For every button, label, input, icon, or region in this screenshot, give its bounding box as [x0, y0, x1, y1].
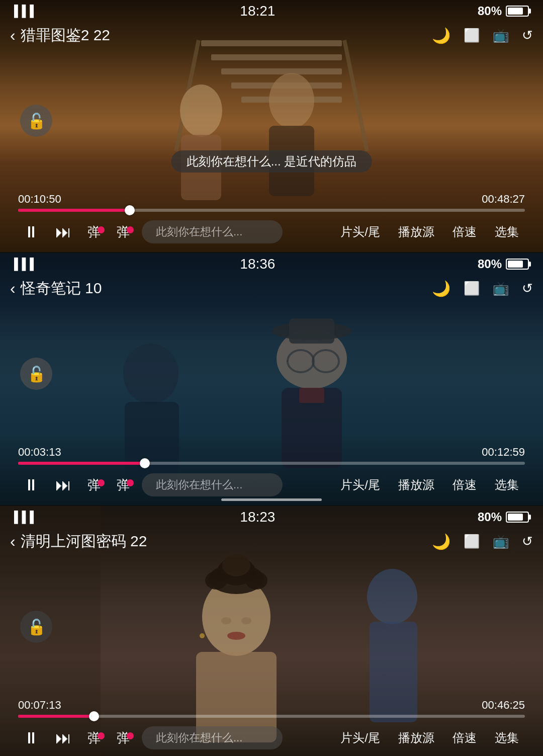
time-end-2: 00:12:59: [482, 446, 525, 459]
progress-times-1: 00:10:50 00:48:27: [18, 193, 525, 206]
battery-pct-1: 80%: [478, 4, 502, 18]
next-btn-2[interactable]: ⏭: [47, 476, 79, 494]
skip-intro-btn-1[interactable]: 片头/尾: [331, 224, 389, 240]
next-btn-3[interactable]: ⏭: [47, 729, 79, 747]
lock-icon-2: 🔓: [27, 365, 46, 383]
back-icon-3[interactable]: ‹: [10, 532, 16, 551]
subtitle-1: 此刻你在想什么... 是近代的仿品: [171, 150, 372, 173]
danmu-btn-1a[interactable]: 弹: [79, 223, 109, 241]
crop-icon-2[interactable]: ⬜: [464, 281, 480, 296]
danmu-btn-2a[interactable]: 弹: [79, 476, 109, 494]
battery-pct-2: 80%: [478, 257, 502, 271]
tv-icon-2[interactable]: 📺: [493, 281, 509, 296]
tv-icon-1[interactable]: 📺: [493, 28, 509, 43]
player-block-1: ▌▌▌ 18:21 80% ‹ 猎罪图鉴2 22 🌙 ⬜ 📺 ↺ 🔓 此刻你在想…: [0, 0, 543, 252]
svg-rect-1: [211, 54, 342, 60]
source-btn-3[interactable]: 播放源: [389, 730, 443, 746]
status-time-3: 18:23: [240, 509, 275, 525]
svg-point-7: [180, 85, 222, 137]
back-icon-2[interactable]: ‹: [10, 279, 16, 298]
comment-input-2[interactable]: 此刻你在想什么...: [142, 473, 283, 496]
skip-intro-btn-3[interactable]: 片头/尾: [331, 730, 389, 746]
episodes-btn-2[interactable]: 选集: [486, 477, 528, 493]
nav-bar-1: ‹ 猎罪图鉴2 22 🌙 ⬜ 📺 ↺: [0, 22, 543, 48]
refresh-icon-1[interactable]: ↺: [522, 28, 533, 43]
nav-title-1: 猎罪图鉴2 22: [21, 25, 110, 46]
progress-times-2: 00:03:13 00:12:59: [18, 446, 525, 459]
status-bar-1: ▌▌▌ 18:21 80%: [0, 0, 543, 22]
danmu-btn-3a[interactable]: 弹: [79, 729, 109, 747]
subtitle-text-1: 此刻你在想什么... 是近代的仿品: [187, 154, 357, 168]
episodes-btn-3[interactable]: 选集: [486, 730, 528, 746]
svg-point-30: [200, 633, 205, 638]
progress-area-1[interactable]: 00:10:50 00:48:27: [0, 193, 543, 212]
pause-btn-1[interactable]: ⏸: [15, 223, 47, 241]
danmu-badge-3b: [127, 732, 134, 739]
svg-point-32: [221, 617, 231, 624]
time-start-3: 00:07:13: [18, 699, 61, 712]
source-btn-1[interactable]: 播放源: [389, 224, 443, 240]
next-btn-1[interactable]: ⏭: [47, 223, 79, 241]
nav-bar-2: ‹ 怪奇笔记 10 🌙 ⬜ 📺 ↺: [0, 275, 543, 301]
battery-icon-3: [506, 512, 529, 523]
battery-area-2: 80%: [478, 257, 529, 271]
crop-icon-3[interactable]: ⬜: [464, 534, 480, 549]
player-block-2: ▌▌▌ 18:36 80% ‹ 怪奇笔记 10 🌙 ⬜ 📺 ↺ 🔓 00:03:…: [0, 253, 543, 505]
lock-icon-1: 🔓: [27, 112, 46, 130]
danmu-btn-3b[interactable]: 弹: [109, 729, 138, 747]
episodes-btn-1[interactable]: 选集: [486, 224, 528, 240]
status-bar-2: ▌▌▌ 18:36 80%: [0, 253, 543, 275]
danmu-badge-3a: [98, 732, 105, 739]
nav-right-2: 🌙 ⬜ 📺 ↺: [432, 280, 533, 297]
svg-rect-21: [299, 388, 324, 403]
comment-placeholder-1: 此刻你在想什么...: [156, 225, 242, 238]
svg-point-33: [241, 617, 251, 624]
source-btn-2[interactable]: 播放源: [389, 477, 443, 493]
speed-btn-3[interactable]: 倍速: [443, 730, 486, 746]
danmu-badge-1a: [98, 226, 105, 233]
nav-left-2: ‹ 怪奇笔记 10: [10, 278, 102, 299]
battery-area-3: 80%: [478, 510, 529, 524]
home-indicator-2: [221, 498, 322, 501]
progress-area-3[interactable]: 00:07:13 00:46:25: [0, 699, 543, 718]
nav-left-3: ‹ 清明上河图密码 22: [10, 531, 147, 552]
sleep-icon-3[interactable]: 🌙: [432, 533, 450, 550]
danmu-btn-2b[interactable]: 弹: [109, 476, 138, 494]
refresh-icon-3[interactable]: ↺: [522, 534, 533, 549]
speed-btn-1[interactable]: 倍速: [443, 224, 486, 240]
refresh-icon-2[interactable]: ↺: [522, 281, 533, 296]
sleep-icon-1[interactable]: 🌙: [432, 27, 450, 44]
time-end-1: 00:48:27: [482, 193, 525, 206]
comment-input-1[interactable]: 此刻你在想什么...: [142, 220, 283, 243]
progress-times-3: 00:07:13 00:46:25: [18, 699, 525, 712]
svg-point-34: [227, 632, 245, 640]
danmu-btn-1b[interactable]: 弹: [109, 223, 138, 241]
lock-btn-2[interactable]: 🔓: [20, 358, 52, 390]
signal-icon: ▌▌▌: [14, 5, 38, 18]
danmu-badge-1b: [127, 226, 134, 233]
nav-title-3: 清明上河图密码 22: [21, 531, 147, 552]
crop-icon-1[interactable]: ⬜: [464, 28, 480, 43]
lock-icon-3: 🔓: [27, 618, 46, 636]
status-time-2: 18:36: [240, 256, 275, 272]
battery-icon-2: [506, 259, 529, 270]
progress-area-2[interactable]: 00:03:13 00:12:59: [0, 446, 543, 465]
lock-btn-3[interactable]: 🔓: [20, 611, 52, 643]
sleep-icon-2[interactable]: 🌙: [432, 280, 450, 297]
time-start-2: 00:03:13: [18, 446, 61, 459]
lock-btn-1[interactable]: 🔓: [20, 105, 52, 137]
speed-btn-2[interactable]: 倍速: [443, 477, 486, 493]
svg-rect-2: [221, 68, 342, 74]
comment-input-3[interactable]: 此刻你在想什么...: [142, 726, 283, 749]
comment-placeholder-3: 此刻你在想什么...: [156, 731, 242, 744]
pause-btn-2[interactable]: ⏸: [15, 476, 47, 494]
pause-btn-3[interactable]: ⏸: [15, 729, 47, 747]
battery-pct-3: 80%: [478, 510, 502, 524]
nav-title-2: 怪奇笔记 10: [21, 278, 102, 299]
tv-icon-3[interactable]: 📺: [493, 534, 509, 549]
signal-indicator-3: ▌▌▌: [14, 511, 38, 524]
signal-indicator: ▌▌▌: [14, 5, 38, 18]
nav-left-1: ‹ 猎罪图鉴2 22: [10, 25, 110, 46]
skip-intro-btn-2[interactable]: 片头/尾: [331, 477, 389, 493]
back-icon-1[interactable]: ‹: [10, 26, 16, 45]
